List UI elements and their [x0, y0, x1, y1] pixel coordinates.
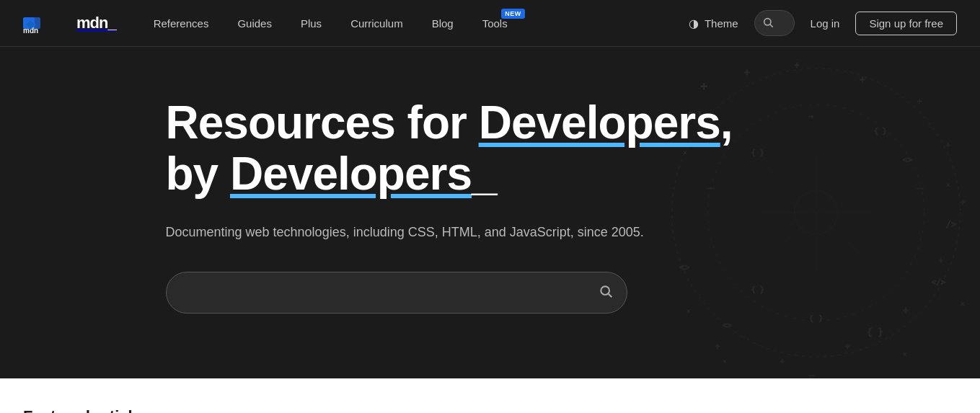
hero-developers-highlight: Developers: [479, 97, 720, 148]
svg-text:+: +: [938, 257, 943, 265]
featured-section: Featured articles Blog Blog: [0, 378, 980, 413]
new-badge: NEW: [501, 9, 525, 19]
svg-line-51: [608, 294, 612, 298]
theme-label: Theme: [705, 17, 738, 30]
hero-developers2: Developers: [230, 148, 472, 200]
hero-line1-suffix: ,: [720, 97, 733, 148]
svg-text:×: ×: [902, 350, 906, 358]
nav-references[interactable]: References: [139, 0, 224, 47]
svg-text:{ }: { }: [808, 314, 823, 323]
hero-line2-prefix: by: [166, 148, 230, 200]
svg-text:×: ×: [945, 181, 950, 189]
hero-search-container: [166, 272, 627, 314]
hero-subtitle: Documenting web technologies, including …: [166, 222, 815, 243]
hero-section: + + + + + + + + + + + + { } <> /> </> { …: [0, 47, 980, 378]
svg-point-50: [601, 286, 609, 295]
hero-line1-prefix: Resources for: [166, 97, 479, 148]
svg-line-4: [770, 25, 773, 27]
theme-button[interactable]: ◑ Theme: [681, 12, 746, 35]
svg-text:+: +: [945, 141, 950, 149]
search-icon: [762, 17, 774, 30]
hero-content: Resources for Developers, by Developers_…: [166, 97, 815, 314]
svg-point-3: [764, 18, 770, 25]
svg-text:+: +: [917, 97, 922, 107]
nav-blog[interactable]: Blog: [418, 0, 468, 47]
svg-text:+: +: [715, 342, 720, 352]
subtitle-text: Documenting web technologies, including …: [166, 225, 644, 239]
nav-tools[interactable]: Tools NEW: [468, 0, 528, 47]
svg-text:<>: <>: [902, 155, 912, 164]
svg-line-37: [816, 166, 866, 213]
hero-title: Resources for Developers, by Developers_: [166, 97, 815, 199]
svg-text:+: +: [794, 61, 799, 71]
logo-text: mdn_: [76, 14, 116, 32]
tools-label: Tools: [482, 17, 508, 30]
svg-text:+: +: [859, 74, 865, 85]
nav-search-button[interactable]: [754, 10, 795, 36]
login-link[interactable]: Log in: [803, 17, 847, 30]
svg-text:×: ×: [722, 358, 726, 365]
hero-search-input[interactable]: [166, 272, 627, 314]
svg-text:{ }: { }: [866, 327, 883, 337]
nav-links: References Guides Plus Curriculum Blog T…: [139, 0, 681, 47]
nav-guides[interactable]: Guides: [223, 0, 286, 47]
svg-text:<>: <>: [722, 321, 732, 330]
svg-line-39: [816, 213, 866, 259]
svg-text:+: +: [743, 66, 749, 78]
mdn-logo[interactable]: mdn mdn_: [23, 10, 116, 36]
svg-text:/>: />: [945, 219, 955, 229]
svg-text:×: ×: [960, 300, 964, 308]
svg-text:—: —: [917, 182, 923, 193]
hero-title-line1: Resources for Developers,: [166, 97, 733, 148]
svg-text:</>: </>: [931, 277, 945, 287]
nav-right: ◑ Theme Log in Sign up for free: [681, 10, 957, 36]
svg-text:+: +: [780, 358, 784, 365]
hero-title-line2: by Developers_: [166, 148, 497, 200]
nav-plus[interactable]: Plus: [286, 0, 336, 47]
svg-text:+: +: [844, 342, 849, 352]
hero-search-icon[interactable]: [599, 284, 613, 301]
svg-text:+: +: [902, 304, 908, 316]
svg-text:—: —: [808, 369, 815, 378]
signup-button[interactable]: Sign up for free: [855, 12, 957, 35]
svg-text:+: +: [700, 80, 707, 92]
main-nav: mdn mdn_ References Guides Plus Curricul…: [0, 0, 980, 47]
theme-icon: ◑: [689, 17, 699, 30]
svg-text:+: +: [960, 197, 965, 208]
featured-title: Featured articles: [23, 407, 957, 413]
nav-curriculum[interactable]: Curriculum: [336, 0, 418, 47]
svg-text:{ }: { }: [873, 127, 886, 135]
hero-cursor: _: [472, 148, 497, 200]
